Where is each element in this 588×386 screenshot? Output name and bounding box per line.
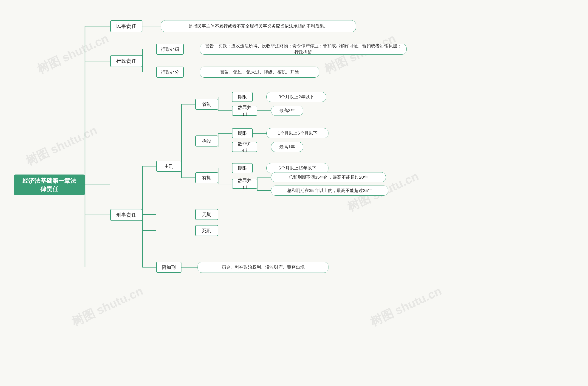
juyi-qixian-node: 期限 <box>232 128 253 138</box>
juyi-bing-node: 数罪并罚 <box>232 142 257 152</box>
guanzhi-node: 管制 <box>195 99 218 110</box>
youqi-bing-leaf1-node: 总和刑期不满35年的，最高不能超过20年 <box>271 172 386 182</box>
juyi-bing-leaf-label: 最高1年 <box>279 144 295 150</box>
juyi-qixian-label: 期限 <box>238 130 247 136</box>
watermark-6: 树图 shutu.cn <box>368 283 444 330</box>
watermark-2: 树图 shutu.cn <box>23 122 100 169</box>
juyi-node: 拘役 <box>195 136 218 146</box>
youqi-qixian-leaf-node: 6个月以上15年以下 <box>266 163 328 173</box>
sixin-label: 死刑 <box>202 227 211 234</box>
fujia-leaf-node: 罚金、剥夺政治权利、没收财产、驱逐出境 <box>198 262 328 273</box>
youqi-qixian-leaf-label: 6个月以上15年以下 <box>279 165 316 171</box>
sixin-node: 死刑 <box>195 225 218 236</box>
youqi-bing-leaf2-label: 总和刑期在35 年以上的，最高不能超过25年 <box>287 188 372 194</box>
youqi-node: 有期 <box>195 172 218 183</box>
xingzheng-chufa-node: 行政处罚 <box>156 44 184 55</box>
xingzheng-node: 行政责任 <box>110 55 142 67</box>
youqi-bing-leaf1-label: 总和刑期不满35年的，最高不能超过20年 <box>289 174 368 181</box>
xingzheng-chufen-node: 行政处分 <box>156 67 184 78</box>
wuqi-label: 无期 <box>202 211 211 218</box>
fujia-node: 附加刑 <box>156 262 181 273</box>
guanzhi-bing-node: 数罪并罚 <box>232 106 257 116</box>
youqi-label: 有期 <box>202 175 211 181</box>
juyi-label: 拘役 <box>202 138 211 144</box>
youqi-qixian-label: 期限 <box>238 165 247 171</box>
minshi-leaf-node: 是指民事主体不履行或者不完全履行民事义务应当依法承担的不利后果。 <box>161 20 356 32</box>
xingzheng-chufa-label: 行政处罚 <box>161 46 179 52</box>
xingzheng-chufa-leaf-label: 警告；罚款；没收违法所得、没收非法财物；责令停产停业；暂扣或吊销许可证、暂扣或者… <box>204 43 403 55</box>
minshi-leaf-label: 是指民事主体不履行或者不完全履行民事义务应当依法承担的不利后果。 <box>189 23 328 29</box>
xingzheng-label: 行政责任 <box>116 58 136 65</box>
xingzheng-chufen-label: 行政处分 <box>161 69 179 75</box>
guanzhi-qixian-label: 期限 <box>238 94 247 100</box>
guanzhi-bing-label: 数罪并罚 <box>236 104 253 117</box>
root-label: 经济法基础第一章法律责任 <box>20 177 79 193</box>
youqi-bing-leaf2-node: 总和刑期在35 年以上的，最高不能超过25年 <box>271 185 388 196</box>
guanzhi-qixian-leaf-node: 3个月以上2年以下 <box>266 92 326 102</box>
guanzhi-qixian-leaf-label: 3个月以上2年以下 <box>279 94 314 100</box>
youqi-bing-label: 数罪并罚 <box>236 177 253 190</box>
youqi-qixian-node: 期限 <box>232 163 253 173</box>
xingshi-label: 刑事责任 <box>116 211 136 219</box>
zhuxing-label: 主刑 <box>164 163 173 169</box>
root-node: 经济法基础第一章法律责任 <box>14 175 85 195</box>
juyi-bing-leaf-node: 最高1年 <box>271 142 303 152</box>
zhuxing-node: 主刑 <box>156 161 181 172</box>
watermark-5: 树图 shutu.cn <box>69 283 146 330</box>
juyi-bing-label: 数罪并罚 <box>236 141 253 153</box>
xingzheng-chufen-leaf-label: 警告、记过、记大过、降级、撤职、开除 <box>220 69 299 75</box>
fujia-leaf-label: 罚金、剥夺政治权利、没收财产、驱逐出境 <box>222 264 305 270</box>
guanzhi-label: 管制 <box>202 101 211 107</box>
fujia-label: 附加刑 <box>162 264 176 270</box>
wuqi-node: 无期 <box>195 209 218 220</box>
juyi-qixian-leaf-label: 1个月以上6个月以下 <box>277 130 317 136</box>
minshi-label: 民事责任 <box>116 23 136 30</box>
xingzheng-chufen-leaf-node: 警告、记过、记大过、降级、撤职、开除 <box>200 67 319 78</box>
main-canvas: 树图 shutu.cn 树图 shutu.cn 树图 shutu.cn 树图 s… <box>0 0 588 386</box>
watermark-1: 树图 shutu.cn <box>35 30 111 77</box>
xingzheng-chufa-leaf-node: 警告；罚款；没收违法所得、没收非法财物；责令停产停业；暂扣或吊销许可证、暂扣或者… <box>200 44 407 55</box>
xingshi-node: 刑事责任 <box>110 209 142 221</box>
youqi-bing-node: 数罪并罚 <box>232 179 257 189</box>
guanzhi-qixian-node: 期限 <box>232 92 253 102</box>
minshi-node: 民事责任 <box>110 20 142 32</box>
juyi-qixian-leaf-node: 1个月以上6个月以下 <box>266 128 328 138</box>
guanzhi-bing-leaf-label: 最高3年 <box>279 108 295 114</box>
guanzhi-bing-leaf-node: 最高3年 <box>271 106 303 116</box>
